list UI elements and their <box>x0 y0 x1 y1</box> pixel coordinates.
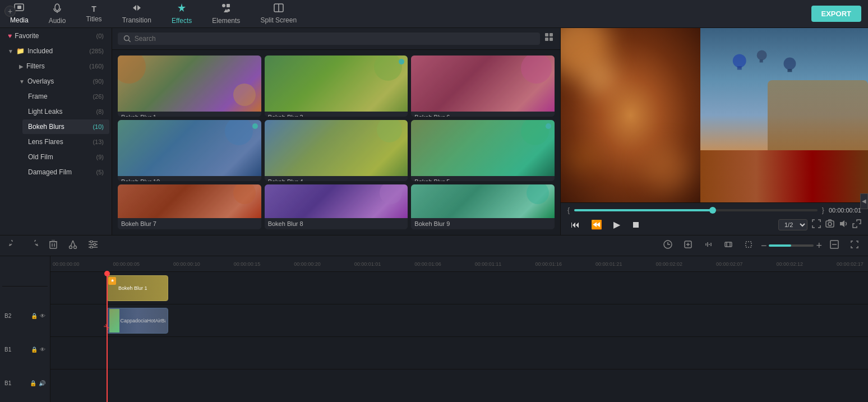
delete-button[interactable] <box>46 238 61 253</box>
clip-video-cappadocia[interactable]: CappadociaHotAirBa... <box>107 308 168 334</box>
zoom-out-button[interactable]: − <box>761 240 767 252</box>
frame-count: (26) <box>93 93 104 100</box>
fullscreen-timeline-button[interactable] <box>847 238 862 253</box>
timeline-track-labels: + B2 🔒 👁 B1 🔒 👁 B1 🔒 🔊 <box>0 256 50 402</box>
sidebar-item-old-film[interactable]: Old Film (9) <box>22 150 109 164</box>
old-film-count: (9) <box>96 154 104 160</box>
sidebar-item-favorite[interactable]: ♥ Favorite (0) <box>2 29 109 43</box>
effect-card-bokeh-blur-2[interactable]: Bokeh Blur 2 <box>265 56 408 117</box>
color-correct-icon[interactable] <box>721 238 736 253</box>
search-box[interactable] <box>118 33 540 45</box>
effect-card-bokeh-blur-1[interactable]: Bokeh Blur 1 <box>118 56 261 117</box>
progress-bar[interactable] <box>574 209 818 211</box>
heart-icon: ♥ <box>8 32 12 40</box>
track-3-volume-icon[interactable]: 🔊 <box>39 380 45 386</box>
effect-label-bokeh-blur-7: Bokeh Blur 7 <box>118 218 261 229</box>
progress-thumb[interactable] <box>709 207 716 214</box>
effects-icon <box>177 3 187 15</box>
stop-button[interactable]: ⏹ <box>628 218 644 232</box>
filters-label: Filters <box>26 62 89 70</box>
stabilize-icon[interactable] <box>680 238 696 253</box>
bokeh-blurs-label: Bokeh Blurs <box>28 123 93 131</box>
fit-to-window-button[interactable] <box>827 238 842 253</box>
preview-area <box>561 28 868 202</box>
svg-rect-26 <box>50 242 57 248</box>
bracket-end: } <box>822 206 824 214</box>
effects-grid: Bokeh Blur 1 Bokeh Blur 2 Bokeh Blur 6 <box>112 50 560 235</box>
effect-card-bokeh-blur-6[interactable]: Bokeh Blur 6 <box>411 56 555 117</box>
settings-button[interactable] <box>85 239 101 252</box>
elements-icon <box>221 3 231 15</box>
track-2-controls: 🔒 👁 <box>31 346 45 353</box>
skip-back-button[interactable]: ⏮ <box>567 218 583 232</box>
frame-back-button[interactable]: ⏪ <box>588 218 606 232</box>
effect-card-bokeh-blur-5[interactable]: Bokeh Blur 5 <box>411 120 555 181</box>
cut-button[interactable] <box>65 238 81 253</box>
sidebar-item-frame[interactable]: Frame (26) <box>22 89 109 104</box>
clip-bokeh-blur-1[interactable]: ★ Bokeh Blur 1 <box>107 275 168 301</box>
zoom-in-button[interactable]: + <box>816 240 822 252</box>
center-panel: Bokeh Blur 1 Bokeh Blur 2 Bokeh Blur 6 <box>112 28 561 235</box>
ruler-tick-11: 00:00:02:07 <box>716 261 743 267</box>
track-3-lock-icon[interactable]: 🔒 <box>30 380 36 386</box>
current-time: 00:00:00:01 <box>829 207 861 214</box>
track-2-lock-icon[interactable]: 🔒 <box>31 346 38 353</box>
clip-label-bokeh-blur-1: Bokeh Blur 1 <box>118 285 147 291</box>
add-track-button[interactable]: + <box>4 6 16 17</box>
undo-button[interactable] <box>6 238 21 253</box>
damaged-film-count: (5) <box>96 169 104 175</box>
ratio-select[interactable]: 1/2 1/1 Full <box>778 219 807 230</box>
play-button[interactable]: ▶ <box>610 218 624 232</box>
track-eye-icon[interactable]: 👁 <box>40 313 45 319</box>
playhead[interactable] <box>107 272 108 402</box>
effect-card-bokeh-blur-9[interactable]: Bokeh Blur 9 <box>411 184 555 229</box>
track-lock-icon[interactable]: 🔒 <box>31 313 38 319</box>
sidebar-item-lens-flares[interactable]: Lens Flares (13) <box>22 135 109 149</box>
volume-icon[interactable] <box>839 219 848 230</box>
effect-card-bokeh-blur-8[interactable]: Bokeh Blur 8 <box>265 184 408 229</box>
fullscreen-icon[interactable] <box>812 219 821 230</box>
nav-audio[interactable]: Audio <box>39 0 76 27</box>
nav-splitscreen[interactable]: Split Screen <box>250 0 307 27</box>
media-icon <box>14 3 24 15</box>
sidebar-item-filters[interactable]: ▶ Filters (160) <box>13 59 109 73</box>
ruler-tick-13: 00:00:02:17 <box>837 261 864 267</box>
media-label: Media <box>10 16 29 24</box>
expand-icon[interactable] <box>852 219 861 230</box>
audio-enhance-icon[interactable] <box>700 238 716 253</box>
effect-card-bokeh-blur-7[interactable]: Bokeh Blur 7 <box>118 184 261 229</box>
sidebar-item-light-leaks[interactable]: Light Leaks (8) <box>22 104 109 119</box>
timeline-tracks: ★ Bokeh Blur 1 CappadociaHotAirBa... ✂ <box>50 272 868 402</box>
svg-point-24 <box>828 222 832 225</box>
svg-point-17 <box>733 54 746 68</box>
sidebar-item-included[interactable]: ▼ 📁 Included (285) <box>2 44 109 58</box>
effect-card-bokeh-blur-4[interactable]: Bokeh Blur 4 <box>265 120 408 181</box>
speed-icon[interactable] <box>660 238 676 253</box>
zoom-fill <box>769 244 791 247</box>
sidebar-item-overlays[interactable]: ▼ Overlays (90) <box>13 74 109 89</box>
track-2-eye-icon[interactable]: 👁 <box>40 346 45 353</box>
search-input[interactable] <box>135 35 534 43</box>
playback-controls: ⏮ ⏪ ▶ ⏹ 1/2 1/1 Full <box>567 218 861 232</box>
bracket-start: { <box>567 206 570 214</box>
effect-label-bokeh-blur-8: Bokeh Blur 8 <box>265 218 408 229</box>
timeline-main[interactable]: 00:00:00:00 00:00:00:05 00:00:00:10 00:0… <box>50 256 868 402</box>
nav-elements[interactable]: Elements <box>202 0 250 27</box>
panel-collapse-button[interactable]: ◀ <box>860 193 868 209</box>
snapshot-icon[interactable] <box>825 219 834 230</box>
nav-effects[interactable]: Effects <box>161 0 202 27</box>
crop-icon[interactable] <box>741 238 756 253</box>
export-button[interactable]: EXPORT <box>811 6 861 22</box>
nav-titles[interactable]: T Titles <box>76 0 112 27</box>
grid-view-icon[interactable] <box>544 33 555 45</box>
sidebar-item-bokeh-blurs[interactable]: Bokeh Blurs (10) <box>22 119 109 134</box>
sidebar-item-damaged-film[interactable]: Damaged Film (5) <box>22 165 109 179</box>
playhead-handle[interactable] <box>104 271 110 276</box>
collapse-arrow-filters: ▶ <box>19 63 24 70</box>
filters-count: (160) <box>89 63 104 70</box>
zoom-slider[interactable] <box>769 244 814 247</box>
nav-transition[interactable]: Transition <box>112 0 161 27</box>
effect-card-bokeh-blur-10[interactable]: Bokeh Blur 10 <box>118 120 261 181</box>
redo-button[interactable] <box>26 238 41 253</box>
track-3-controls: 🔒 🔊 <box>30 380 45 386</box>
